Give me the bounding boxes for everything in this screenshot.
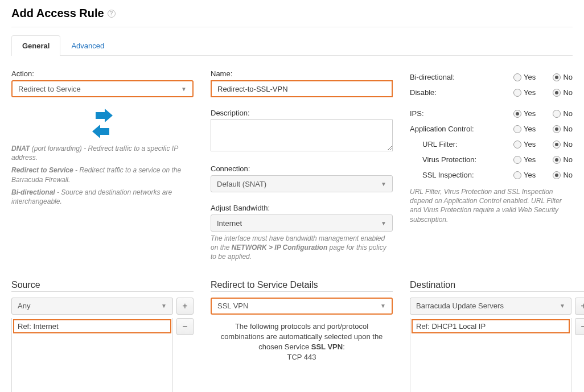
toggle-ips: IPS: Yes No — [410, 106, 573, 121]
chevron-down-icon: ▼ — [560, 303, 565, 309]
col-action: Action: Redirect to Service ▼ DNAT (port… — [11, 69, 194, 264]
description-textarea[interactable] — [211, 119, 393, 151]
list-item[interactable]: Ref: Internet — [13, 319, 171, 333]
chevron-down-icon: ▼ — [381, 181, 386, 187]
name-label: Name: — [211, 69, 393, 78]
connection-select-value: Default (SNAT) — [217, 180, 266, 188]
chevron-down-icon: ▼ — [161, 303, 167, 309]
toggle-bi: Bi-directional: Yes No — [410, 69, 573, 85]
source-add-button[interactable]: + — [176, 298, 194, 315]
action-label: Action: — [11, 69, 194, 78]
title-divider — [11, 27, 573, 27]
help-dnat-r: (port forwarding) - Redirect traffic to … — [11, 145, 178, 162]
details-select-value: SSL VPN — [217, 302, 248, 310]
connection-select[interactable]: Default (SNAT) ▼ — [211, 175, 393, 192]
source-listbox[interactable]: Ref: Internet — [11, 318, 173, 392]
bandwidth-select-value: Internet — [217, 219, 242, 228]
section-destination: Destination Barracuda Update Servers ▼ +… — [410, 280, 584, 392]
name-input-value: Redirect-to-SSL-VPN — [217, 85, 288, 93]
tab-strip: General Advanced — [11, 35, 573, 56]
toggle-disable-no[interactable]: No — [553, 88, 573, 97]
source-title: Source — [11, 280, 194, 292]
chevron-down-icon: ▼ — [380, 303, 386, 309]
list-item[interactable]: Ref: DHCP1 Local IP — [412, 319, 570, 333]
tab-general-label: General — [22, 42, 50, 50]
action-select-value: Redirect to Service — [18, 85, 81, 93]
action-select[interactable]: Redirect to Service ▼ — [11, 80, 194, 97]
chevron-down-icon: ▼ — [181, 86, 187, 92]
redirect-arrows-icon — [11, 109, 194, 138]
destination-listbox[interactable]: Ref: DHCP1 Local IP — [410, 318, 571, 392]
details-select[interactable]: SSL VPN ▼ — [211, 298, 393, 315]
form-bottom: Source Any ▼ + Ref: Internet − Network O… — [11, 280, 573, 392]
source-select[interactable]: Any ▼ — [11, 298, 173, 315]
tab-general[interactable]: General — [11, 35, 60, 56]
page-title: Add Access Rule — [11, 7, 104, 20]
toggle-sslinspect: SSL Inspection: Yes No — [410, 167, 573, 183]
tab-advanced[interactable]: Advanced — [60, 35, 115, 56]
toggle-bi-no[interactable]: No — [553, 73, 573, 81]
toggle-urlfilter: URL Filter: Yes No — [410, 137, 573, 152]
destination-select-value: Barracuda Update Servers — [416, 302, 504, 310]
toggle-appctrl-yes[interactable]: Yes — [513, 125, 536, 133]
name-input[interactable]: Redirect-to-SSL-VPN — [211, 80, 393, 97]
help-icon[interactable]: ? — [108, 10, 116, 18]
description-label: Description: — [211, 109, 393, 117]
col-toggles: Bi-directional: Yes No Disable: Yes No I… — [410, 69, 573, 264]
source-remove-button[interactable]: − — [176, 318, 194, 335]
help-bidi-b: Bi-directional — [11, 188, 55, 196]
details-title: Redirect to Service Details — [211, 280, 393, 292]
bandwidth-label: Adjust Bandwidth: — [211, 204, 393, 212]
destination-select[interactable]: Barracuda Update Servers ▼ — [410, 298, 571, 315]
toggles-help: URL Filter, Virus Protection and SSL Ins… — [410, 187, 573, 224]
source-select-value: Any — [18, 302, 30, 310]
toggle-disable-yes[interactable]: Yes — [513, 88, 536, 97]
tab-advanced-label: Advanced — [71, 42, 104, 50]
toggle-disable: Disable: Yes No — [410, 85, 573, 100]
col-general: Name: Redirect-to-SSL-VPN Description: C… — [211, 69, 393, 264]
toggle-virus: Virus Protection: Yes No — [410, 152, 573, 167]
help-dnat-b: DNAT — [11, 145, 30, 152]
section-source: Source Any ▼ + Ref: Internet − Network O… — [11, 280, 194, 392]
toggle-ips-no[interactable]: No — [553, 109, 573, 118]
bandwidth-select[interactable]: Internet ▼ — [211, 214, 393, 232]
connection-label: Connection: — [211, 164, 393, 173]
toggle-bi-yes[interactable]: Yes — [513, 73, 536, 81]
toggle-sslinspect-yes[interactable]: Yes — [513, 171, 536, 179]
bandwidth-help: The interface must have bandwidth manage… — [211, 234, 393, 262]
details-proto: TCP 443 — [287, 353, 316, 361]
destination-remove-button[interactable]: − — [575, 318, 584, 335]
chevron-down-icon: ▼ — [381, 220, 386, 226]
help-rts-b: Redirect to Service — [11, 166, 73, 174]
destination-add-button[interactable]: + — [575, 298, 584, 315]
toggle-urlfilter-yes[interactable]: Yes — [513, 140, 536, 148]
destination-title: Destination — [410, 280, 584, 292]
section-details: Redirect to Service Details SSL VPN ▼ Th… — [211, 280, 393, 392]
toggle-virus-no[interactable]: No — [553, 155, 573, 164]
action-help: DNAT (port forwarding) - Redirect traffi… — [11, 144, 194, 206]
toggle-appctrl: Application Control: Yes No — [410, 121, 573, 137]
details-text: The following protocols and port/protoco… — [211, 321, 393, 363]
toggle-urlfilter-no[interactable]: No — [553, 140, 573, 148]
toggle-sslinspect-no[interactable]: No — [553, 171, 573, 179]
toggle-ips-yes[interactable]: Yes — [513, 109, 536, 118]
toggle-virus-yes[interactable]: Yes — [513, 155, 536, 164]
form-top: Action: Redirect to Service ▼ DNAT (port… — [11, 69, 573, 264]
toggle-appctrl-no[interactable]: No — [553, 125, 573, 133]
